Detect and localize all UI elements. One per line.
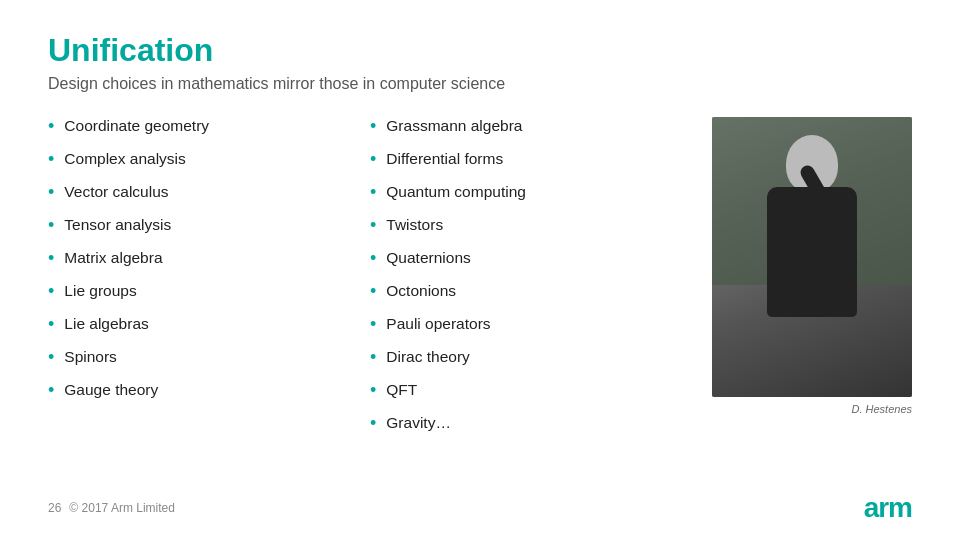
bullet-dot: •	[48, 149, 54, 170]
bullet-text: Pauli operators	[386, 315, 490, 333]
list-item: •Differential forms	[370, 150, 672, 170]
list-item: •Lie groups	[48, 282, 350, 302]
bullet-text: Lie groups	[64, 282, 136, 300]
footer: 26 © 2017 Arm Limited arm	[48, 492, 912, 524]
bullet-dot: •	[370, 215, 376, 236]
bullet-dot: •	[48, 314, 54, 335]
list-item: •Quantum computing	[370, 183, 672, 203]
bullet-dot: •	[48, 281, 54, 302]
list-item: •Lie algebras	[48, 315, 350, 335]
list-item: •Vector calculus	[48, 183, 350, 203]
list-item: •Dirac theory	[370, 348, 672, 368]
list-item: •Coordinate geometry	[48, 117, 350, 137]
bullet-dot: •	[370, 413, 376, 434]
bullet-text: Vector calculus	[64, 183, 168, 201]
bullet-dot: •	[370, 116, 376, 137]
bullet-text: Grassmann algebra	[386, 117, 522, 135]
list-item: •Pauli operators	[370, 315, 672, 335]
bullet-dot: •	[370, 281, 376, 302]
bullet-text: Spinors	[64, 348, 117, 366]
list-item: •Twistors	[370, 216, 672, 236]
photo-area: D. Hestenes	[692, 117, 912, 447]
bullet-text: Lie algebras	[64, 315, 148, 333]
list-item: •Grassmann algebra	[370, 117, 672, 137]
bullet-dot: •	[370, 248, 376, 269]
arm-logo: arm	[864, 492, 912, 524]
list-item: •Matrix algebra	[48, 249, 350, 269]
photo-caption: D. Hestenes	[712, 403, 912, 415]
list-item: •Gravity…	[370, 414, 672, 434]
list-item: •Octonions	[370, 282, 672, 302]
bullet-text: Dirac theory	[386, 348, 470, 366]
bullet-text: Octonions	[386, 282, 456, 300]
page-number: 26	[48, 501, 61, 515]
list-item: •Gauge theory	[48, 381, 350, 401]
bullet-text: Matrix algebra	[64, 249, 162, 267]
bullet-text: Gravity…	[386, 414, 451, 432]
bullet-dot: •	[48, 347, 54, 368]
bullet-text: QFT	[386, 381, 417, 399]
bullet-dot: •	[48, 248, 54, 269]
bullet-text: Gauge theory	[64, 381, 158, 399]
photo	[712, 117, 912, 397]
bullet-dot: •	[48, 116, 54, 137]
list-item: •QFT	[370, 381, 672, 401]
bullet-text: Twistors	[386, 216, 443, 234]
copyright: © 2017 Arm Limited	[69, 501, 175, 515]
bullet-dot: •	[370, 149, 376, 170]
bullet-dot: •	[48, 215, 54, 236]
bullet-dot: •	[48, 380, 54, 401]
left-column: •Coordinate geometry•Complex analysis•Ve…	[48, 117, 370, 447]
slide: Unification Design choices in mathematic…	[0, 0, 960, 540]
bullet-text: Complex analysis	[64, 150, 185, 168]
bullet-text: Quaternions	[386, 249, 470, 267]
slide-title: Unification	[48, 32, 912, 69]
list-item: •Spinors	[48, 348, 350, 368]
bullet-text: Differential forms	[386, 150, 503, 168]
bullet-text: Coordinate geometry	[64, 117, 209, 135]
bullet-dot: •	[370, 314, 376, 335]
list-item: •Tensor analysis	[48, 216, 350, 236]
person-body	[767, 187, 857, 317]
bullet-dot: •	[370, 380, 376, 401]
bullet-text: Quantum computing	[386, 183, 526, 201]
slide-subtitle: Design choices in mathematics mirror tho…	[48, 75, 912, 93]
bullet-text: Tensor analysis	[64, 216, 171, 234]
bullet-dot: •	[370, 347, 376, 368]
list-item: •Quaternions	[370, 249, 672, 269]
photo-inner	[712, 117, 912, 397]
footer-left: 26 © 2017 Arm Limited	[48, 501, 175, 515]
list-item: •Complex analysis	[48, 150, 350, 170]
bullet-dot: •	[48, 182, 54, 203]
right-column: •Grassmann algebra•Differential forms•Qu…	[370, 117, 692, 447]
content-area: •Coordinate geometry•Complex analysis•Ve…	[48, 117, 912, 447]
bullet-dot: •	[370, 182, 376, 203]
